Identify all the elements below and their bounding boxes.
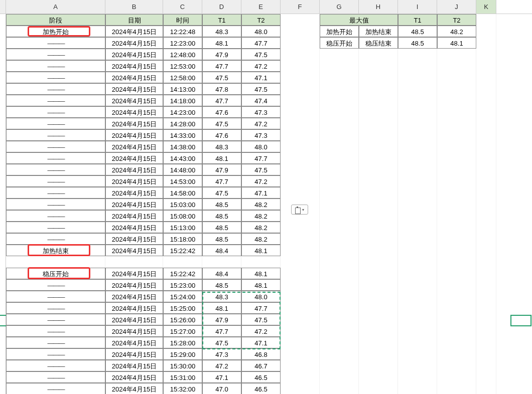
cell-t1[interactable]: 47.8 — [202, 83, 241, 95]
cell-blank[interactable] — [281, 245, 320, 256]
cell-time[interactable]: 14:28:00 — [163, 118, 202, 129]
cell-date[interactable]: 2024年4月15日 — [105, 279, 163, 291]
cell-blank[interactable] — [476, 245, 496, 256]
header-t2[interactable]: T2 — [241, 14, 281, 26]
cell-blank[interactable] — [398, 348, 437, 360]
cell-stage[interactable]: ——— — [6, 49, 105, 60]
col-header-K[interactable]: K — [476, 0, 496, 14]
cell-blank[interactable] — [320, 302, 359, 314]
cell-blank[interactable] — [398, 199, 437, 210]
cell-blank[interactable] — [320, 152, 359, 164]
cell-blank[interactable] — [476, 49, 496, 60]
cell-t2[interactable]: 48.2 — [241, 233, 281, 245]
cell-stage[interactable]: 加热开始 — [6, 26, 105, 37]
cell-t2[interactable]: 47.2 — [241, 325, 281, 337]
cell-t1[interactable]: 47.5 — [202, 72, 241, 83]
cell-blank[interactable] — [398, 210, 437, 222]
cell-t1[interactable]: 48.5 — [202, 210, 241, 222]
cell-t1[interactable]: 47.0 — [202, 383, 241, 394]
cell-date[interactable]: 2024年4月15日 — [105, 83, 163, 95]
header-t1[interactable]: T1 — [202, 14, 241, 26]
cell-blank[interactable] — [359, 60, 398, 72]
cell-blank[interactable] — [281, 37, 320, 49]
cell-blank[interactable] — [320, 360, 359, 371]
cell-blank[interactable] — [476, 256, 496, 268]
cell-date[interactable]: 2024年4月15日 — [105, 95, 163, 106]
cell-blank[interactable] — [437, 302, 476, 314]
cell-blank[interactable] — [437, 325, 476, 337]
cell-stage[interactable]: 加热结束 — [6, 245, 105, 256]
cell-stage[interactable]: ——— — [6, 314, 105, 325]
cell-blank[interactable] — [476, 14, 496, 26]
cell-blank[interactable] — [281, 314, 320, 325]
cell-blank[interactable] — [437, 233, 476, 245]
summary-header-t1[interactable]: T1 — [398, 14, 437, 26]
cell-blank[interactable] — [476, 360, 496, 371]
cell-t1[interactable]: 47.7 — [202, 60, 241, 72]
cell-stage[interactable]: ——— — [6, 199, 105, 210]
cell-blank[interactable] — [437, 279, 476, 291]
cell-blank[interactable] — [359, 245, 398, 256]
cell-blank[interactable] — [398, 245, 437, 256]
cell-time[interactable]: 14:43:00 — [163, 152, 202, 164]
cell-blank[interactable] — [476, 118, 496, 129]
cell-t2[interactable]: 46.5 — [241, 383, 281, 394]
cell-t2[interactable]: 48.2 — [241, 210, 281, 222]
cell-blank[interactable] — [437, 175, 476, 187]
cell-blank[interactable] — [398, 268, 437, 279]
cell-stage[interactable]: ——— — [6, 72, 105, 83]
cell-t2[interactable]: 47.3 — [241, 106, 281, 118]
summary-title[interactable]: 最大值 — [320, 14, 398, 26]
cell-blank[interactable] — [437, 72, 476, 83]
summary-r1-b[interactable]: 加热结束 — [359, 26, 398, 37]
cell-blank[interactable] — [359, 129, 398, 141]
cell-blank[interactable] — [437, 118, 476, 129]
cell-t2[interactable]: 48.1 — [241, 279, 281, 291]
cell-blank[interactable] — [281, 325, 320, 337]
cell-stage[interactable] — [6, 256, 105, 268]
cell-date[interactable]: 2024年4月15日 — [105, 26, 163, 37]
col-header-G[interactable]: G — [320, 0, 359, 14]
cell-blank[interactable] — [281, 256, 320, 268]
cell-blank[interactable] — [476, 348, 496, 360]
cell-blank[interactable] — [359, 141, 398, 152]
cell-date[interactable]: 2024年4月15日 — [105, 175, 163, 187]
cell-time[interactable]: 15:23:00 — [163, 279, 202, 291]
cell-t1[interactable]: 47.9 — [202, 314, 241, 325]
cell-t1[interactable]: 48.3 — [202, 291, 241, 302]
cell-t1[interactable]: 48.1 — [202, 37, 241, 49]
cell-blank[interactable] — [398, 118, 437, 129]
cell-time[interactable]: 14:58:00 — [163, 187, 202, 199]
cell-blank[interactable] — [398, 325, 437, 337]
cell-date[interactable]: 2024年4月15日 — [105, 210, 163, 222]
cell-t2[interactable]: 47.5 — [241, 49, 281, 60]
cell-blank[interactable] — [398, 152, 437, 164]
cell-stage[interactable]: ——— — [6, 348, 105, 360]
cell-blank[interactable] — [476, 72, 496, 83]
cell-blank[interactable] — [398, 106, 437, 118]
cell-blank[interactable] — [359, 268, 398, 279]
cell-time[interactable]: 14:13:00 — [163, 83, 202, 95]
cell-time[interactable]: 12:58:00 — [163, 72, 202, 83]
cell-time[interactable]: 15:13:00 — [163, 222, 202, 233]
cell-blank[interactable] — [476, 152, 496, 164]
cell-blank[interactable] — [320, 49, 359, 60]
cell-blank[interactable] — [359, 383, 398, 394]
cell-blank[interactable] — [398, 337, 437, 348]
cell-date[interactable]: 2024年4月15日 — [105, 371, 163, 383]
cell-date[interactable]: 2024年4月15日 — [105, 72, 163, 83]
cell-stage[interactable]: ——— — [6, 164, 105, 175]
cell-date[interactable]: 2024年4月15日 — [105, 222, 163, 233]
summary-r2-b[interactable]: 稳压结束 — [359, 37, 398, 49]
cell-time[interactable]: 14:48:00 — [163, 164, 202, 175]
cell-t2[interactable]: 47.5 — [241, 164, 281, 175]
cell-blank[interactable] — [476, 199, 496, 210]
cell-blank[interactable] — [320, 129, 359, 141]
cell-t2[interactable]: 46.7 — [241, 360, 281, 371]
cell-time[interactable]: 15:25:00 — [163, 302, 202, 314]
cell-t1[interactable] — [202, 256, 241, 268]
cell-blank[interactable] — [281, 106, 320, 118]
cell-blank[interactable] — [437, 383, 476, 394]
cell-blank[interactable] — [437, 256, 476, 268]
cell-blank[interactable] — [398, 72, 437, 83]
